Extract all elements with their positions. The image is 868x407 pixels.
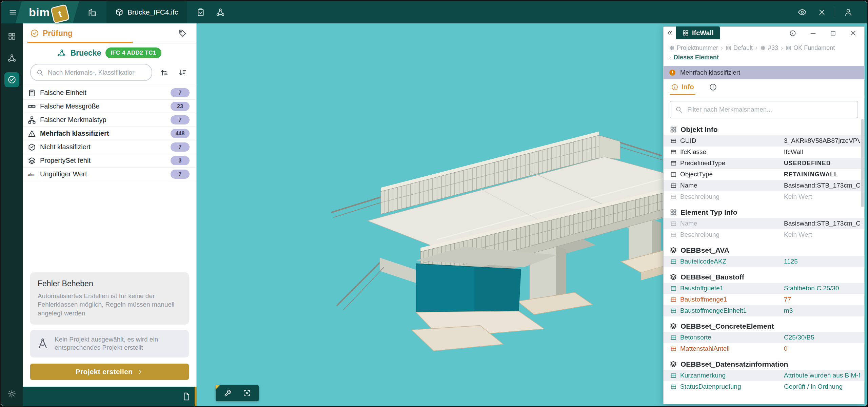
section-header[interactable]: OEBBset_Baustoff	[664, 271, 864, 283]
property-row[interactable]: StatusDatenpruefungGeprüft / in Ordnung	[664, 381, 864, 392]
property-row[interactable]: Baustoffmenge177	[664, 294, 864, 305]
table-cell-icon	[670, 346, 677, 352]
fit-view-button[interactable]	[241, 389, 253, 398]
property-row[interactable]: NameBasiswand:STB_173cm_C30_	[664, 180, 864, 191]
section-header[interactable]: Element Typ Info	[664, 207, 864, 218]
visibility-button[interactable]	[797, 7, 807, 17]
breadcrumb-item[interactable]: #33	[760, 43, 778, 53]
property-row[interactable]: BeschreibungKein Wert	[664, 191, 864, 202]
property-filter-input[interactable]	[687, 105, 853, 114]
section-header[interactable]: OEBBset_ConcreteElement	[664, 321, 864, 332]
tools-button[interactable]	[222, 389, 234, 398]
property-row[interactable]: NameBasiswand:STB_173cm_C30_	[664, 218, 864, 229]
document-icon	[182, 392, 191, 401]
grid-icon	[670, 126, 677, 133]
sort-asc-button[interactable]	[158, 68, 171, 77]
inspector-panel: IfcWall Projektnummer›Default›#33›OK Fun…	[663, 26, 865, 404]
topbar-actions	[792, 7, 867, 17]
property-filter[interactable]	[670, 101, 858, 118]
close-panel-button[interactable]	[847, 29, 859, 37]
property-name: Beschreibung	[680, 231, 719, 238]
warning-icon	[28, 130, 36, 138]
issue-row[interactable]: PropertySet fehlt3	[23, 154, 196, 168]
chevron-right-icon	[137, 368, 143, 375]
property-row[interactable]: KurzanmerkungAttribute wurden aus BIM-M	[664, 370, 864, 381]
inspector-tab[interactable]: IfcWall	[676, 26, 720, 39]
breadcrumb-item[interactable]: Projektnummer	[669, 43, 718, 53]
breadcrumb-current[interactable]: Dieses Element	[674, 53, 719, 62]
property-row[interactable]: BauteilcodeAKZ1125	[664, 256, 864, 267]
property-name: Beschreibung	[680, 193, 719, 200]
inspector-tabs: Info	[664, 79, 864, 95]
issue-search[interactable]	[30, 64, 152, 81]
property-section: OEBBset_ConcreteElementBetonsorteC25/30/…	[664, 321, 864, 354]
file-tab[interactable]: Brücke_IFC4.ifc	[106, 1, 187, 23]
property-value: 1125	[784, 258, 860, 265]
warning-circle-icon	[669, 69, 676, 76]
property-row[interactable]: BetonsorteC25/30/B5	[664, 332, 864, 343]
rail-share-button[interactable]	[4, 51, 19, 65]
property-row[interactable]: IfcKlasseIfcWall	[664, 147, 864, 158]
report-button[interactable]	[182, 392, 191, 401]
sort-desc-button[interactable]	[176, 68, 189, 77]
grid-icon	[7, 32, 16, 41]
scrollbar-thumb[interactable]	[861, 119, 864, 207]
issue-row[interactable]: Falsche Einheit7	[23, 86, 196, 100]
issue-row[interactable]: Mehrfach klassifiziert448	[23, 127, 196, 140]
collaboration-button[interactable]	[216, 8, 225, 17]
issue-row[interactable]: Nicht klassifiziert7	[23, 140, 196, 154]
layers-icon	[670, 361, 677, 368]
menu-button[interactable]	[8, 8, 17, 17]
section-header[interactable]: OEBBset_Datensatzinformation	[664, 358, 864, 370]
tag-button[interactable]	[176, 28, 189, 38]
create-project-button[interactable]: Projekt erstellen	[30, 364, 189, 380]
table-cell-icon	[670, 149, 677, 155]
table-cell-icon	[670, 308, 677, 314]
ifc-schema-badge: IFC 4 ADD2 TC1	[105, 47, 161, 58]
property-value: IfcWall	[784, 148, 860, 156]
property-row[interactable]: Baustoffguete1Stahlbeton C 25/30	[664, 283, 864, 294]
maximize-panel-button[interactable]	[828, 30, 839, 37]
settings-button[interactable]	[4, 386, 19, 401]
issue-row[interactable]: Falscher Merkmalstyp7	[23, 113, 196, 127]
section-header[interactable]: Objekt Info	[664, 124, 864, 135]
issue-row[interactable]: abcUngültiger Wert7	[23, 168, 196, 181]
tab-info[interactable]: Info	[671, 79, 694, 95]
breadcrumb-item[interactable]: Default	[726, 43, 753, 53]
property-row[interactable]: GUID3_AKRk8V58AB87jrzeVPVJ	[664, 135, 864, 147]
pin-panel-button[interactable]	[787, 29, 798, 37]
issue-list: Falsche Einheit7Falsche Messgröße23Falsc…	[23, 86, 196, 181]
rail-modules-button[interactable]	[4, 29, 19, 44]
rail-check-button[interactable]	[4, 72, 19, 87]
inspector-header: IfcWall	[663, 26, 865, 39]
issue-row[interactable]: Falsche Messgröße23	[23, 100, 196, 113]
issue-count-badge: 23	[171, 102, 190, 111]
model-row[interactable]: Bruecke IFC 4 ADD2 TC1	[23, 43, 196, 62]
issue-search-input[interactable]	[47, 69, 146, 77]
property-row[interactable]: MattenstahlAnteil0	[664, 343, 864, 354]
tab-pruefung[interactable]: Prüfung	[30, 23, 73, 43]
compass-icon	[37, 338, 48, 349]
model-manager-button[interactable]	[87, 7, 97, 17]
section-header[interactable]: OEBBset_AVA	[664, 245, 864, 256]
property-row[interactable]: BaustoffmengeEinheit1m3	[664, 305, 864, 316]
minimize-panel-button[interactable]	[807, 29, 819, 37]
property-row[interactable]: ObjectTypeRETAININGWALL	[664, 169, 864, 180]
account-button[interactable]	[844, 8, 853, 17]
collapse-panel-button[interactable]	[663, 26, 676, 39]
property-row[interactable]: BeschreibungKein Wert	[664, 229, 864, 240]
close-file-button[interactable]	[818, 8, 826, 16]
property-name: Kurzanmerkung	[680, 372, 726, 379]
search-row	[23, 62, 196, 86]
fit-view-icon	[243, 389, 251, 397]
breadcrumb-item[interactable]: OK Fundament	[786, 43, 835, 53]
issue-label: PropertySet fehlt	[40, 157, 91, 164]
property-value: 3_AKRk8V58AB87jrzeVPVJ	[784, 137, 860, 144]
inspector-window-actions	[720, 26, 865, 39]
tab-issues[interactable]	[709, 79, 717, 95]
collapse-icon	[666, 30, 673, 37]
table-cell-icon	[670, 296, 677, 303]
property-row[interactable]: PredefinedTypeUSERDEFINED	[664, 158, 864, 169]
check-tasks-button[interactable]	[196, 8, 205, 17]
logo-tile: t	[50, 4, 70, 24]
